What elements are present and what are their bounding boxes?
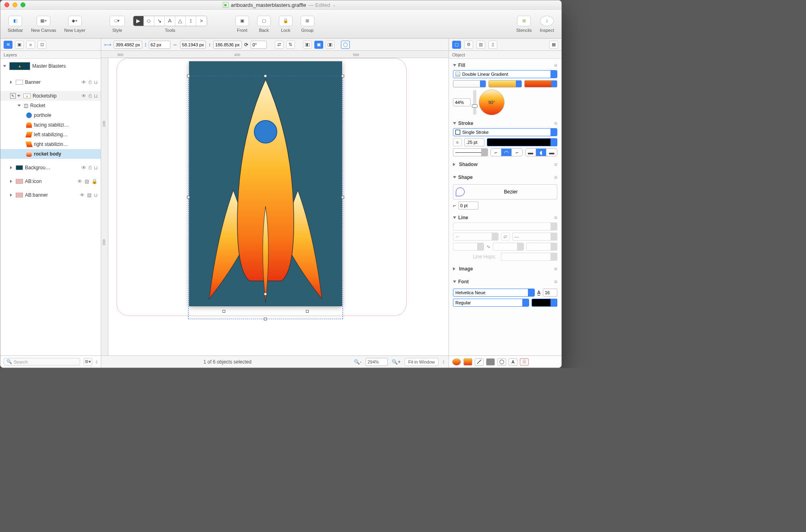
gradient-pct-input[interactable]: 44% [453,98,471,106]
y-input[interactable]: 62 px [149,41,170,49]
gradient-stop-3[interactable] [524,80,557,87]
section-menu-icon[interactable]: ≡ [554,266,557,272]
cap-square[interactable]: ▬ [546,149,557,156]
disclosure-triangle-icon[interactable] [18,94,21,98]
visibility-icon[interactable]: 👁 [81,165,86,170]
layer-row-ab-banner[interactable]: AB:banner 👁▧⊔ [0,190,101,200]
inspector-tab-document[interactable]: ▯ [488,41,497,49]
font-weight-select[interactable]: Regular [453,299,529,307]
inspector-tab-object[interactable]: ▢ [452,41,461,49]
style-chip-gradient[interactable] [463,358,472,366]
print-icon[interactable]: ⎙ [89,165,91,170]
tool-pen[interactable]: △ [175,16,186,26]
zoom-input[interactable]: 294% [366,358,388,366]
stroke-position-button[interactable]: ≡ [453,138,462,146]
visibility-icon[interactable]: 👁 [81,93,86,99]
stroke-dash-select[interactable] [453,148,488,156]
style-chip-fill[interactable] [452,358,461,366]
fit-window-button[interactable]: Fit in Window [405,358,438,366]
stroke-width-input[interactable]: .25 pt [464,138,484,146]
selection-handle[interactable] [341,196,344,199]
lock-icon[interactable]: 🔒 [91,179,98,184]
line-type-select[interactable] [453,222,557,231]
height-input[interactable]: 186.8536 px [213,41,242,49]
style-chip-all[interactable]: ☰ [520,358,529,366]
font-family-select[interactable]: Helvetica Neue [453,289,535,297]
disclosure-triangle-icon[interactable] [10,193,14,197]
visibility-icon[interactable]: 👁 [77,179,82,184]
sidebar-tab-outline[interactable]: ▣ [15,41,24,49]
lock-button[interactable]: 🔒 [279,16,293,26]
gradient-stop-2[interactable] [488,80,521,87]
visibility-icon[interactable]: 👁 [80,192,85,198]
group-button[interactable]: ⊞ [301,16,314,26]
line-tail-size[interactable] [453,243,484,251]
lock-open-icon[interactable]: ⊔ [94,165,98,170]
align-left-button[interactable]: |◧ [303,41,312,49]
style-chip-shadow[interactable] [486,358,495,366]
corner-miter[interactable]: ⌐ [491,149,501,156]
rotation-input[interactable]: 0° [251,41,267,49]
gradient-stop-1[interactable] [453,80,486,87]
corner-round[interactable]: ◠ [501,149,512,156]
tool-browse[interactable]: > [196,16,207,26]
zoom-in-icon[interactable]: 🔍+ [392,359,401,365]
lock-open-icon[interactable]: ⊔ [94,79,98,85]
lock-open-icon[interactable]: ⊔ [94,192,98,198]
selection-handle[interactable] [306,310,309,313]
layer-row-rocketship[interactable]: ✎ ▲ Rocketship 👁⎙⊔ [0,91,101,101]
sidebar-tab-guides[interactable]: ≡ [26,41,35,49]
new-canvas-button[interactable]: ▦+ [37,16,50,26]
inspector-grid-button[interactable]: ▦ [549,41,558,49]
style-chip-text[interactable]: A [509,358,517,366]
group-row-rocket[interactable]: ◫ Rocket [0,101,101,110]
selection-handle[interactable] [341,75,344,77]
canvas-drag-handle-icon[interactable]: ⦀ [442,359,445,365]
line-tail-select[interactable]: ← [453,233,499,241]
sidebar-drag-handle-icon[interactable]: ⦀ [96,359,98,365]
style-chip-shape[interactable]: ◯ [497,358,506,366]
layer-row-ab-icon[interactable]: AB:icon 👁▧🔒 [0,177,101,186]
selection-handle[interactable] [187,196,190,199]
visibility-icon[interactable]: 👁 [81,79,86,85]
layer-row-banner[interactable]: Banner 👁⎙⊔ [0,77,101,87]
canvas[interactable] [108,58,449,355]
object-row-rocket-body[interactable]: rocket body [0,149,101,159]
inspector-tab-canvas[interactable]: ▥ [476,41,485,49]
layer-row-background[interactable]: Backgrou… 👁⎙⊔ [0,163,101,172]
selection-handle[interactable] [264,75,267,77]
line-hops-select[interactable] [501,253,557,261]
artboard-icon[interactable]: ▧ [87,192,91,198]
section-menu-icon[interactable]: ≡ [554,62,557,69]
sidebar-action-menu[interactable]: ⚙▾ [83,358,92,366]
flip-v-button[interactable]: ⇅ [286,41,295,49]
canvas-row[interactable]: ▲ Master Blasters [0,61,101,71]
titlebar-chevron-icon[interactable]: ⌄ [332,3,336,7]
tool-line[interactable]: ↘ [154,16,165,26]
line-head-select[interactable]: — [512,233,558,241]
stroke-type-select[interactable]: Single Stroke [453,128,557,136]
line-head-size[interactable] [526,243,557,251]
flip-h-button[interactable]: ⇄ [275,41,284,49]
ruler-horizontal[interactable]: 300 400 500 [101,51,449,58]
corner-bevel[interactable]: ⌐ [512,149,522,156]
shape-well[interactable]: ◯ [341,41,350,49]
send-back-button[interactable]: ▢ [257,16,271,26]
disclosure-triangle-icon[interactable] [4,64,7,68]
align-right-button[interactable]: ◨| [326,41,334,49]
tool-text[interactable]: A [165,16,175,26]
selection-handle[interactable] [222,310,225,313]
print-icon[interactable]: ⎙ [89,93,91,99]
tool-selection[interactable]: ▶ [133,16,144,26]
inspect-toggle-button[interactable]: i [540,16,554,26]
align-center-button[interactable]: ▣ [314,41,323,49]
minimize-window-button[interactable] [12,2,17,7]
close-window-button[interactable] [4,2,9,7]
section-menu-icon[interactable]: ≡ [554,278,557,285]
stencils-button[interactable]: ⊞ [517,16,531,26]
artboard-icon[interactable]: ▧ [85,179,89,184]
section-menu-icon[interactable]: ≡ [554,120,557,127]
cap-round[interactable]: ◖ [536,149,546,156]
disclosure-triangle-icon[interactable] [10,166,14,170]
print-icon[interactable]: ⎙ [89,79,91,85]
